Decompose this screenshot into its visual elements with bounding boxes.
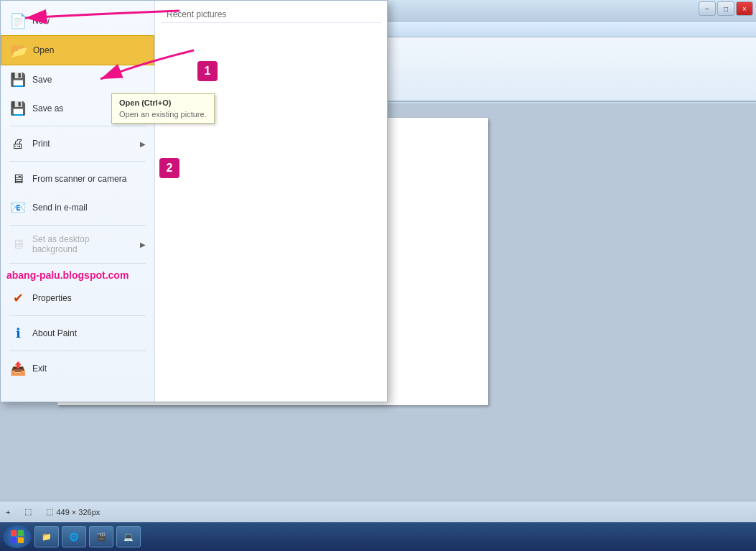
separator-4 [9,263,146,264]
separator-1 [9,126,146,126]
window-controls: − □ × [699,1,753,16]
save-icon: 💾 [9,71,27,88]
menu-item-about[interactable]: ℹ About Paint [1,319,154,348]
menu-item-scanner[interactable]: 🖥 From scanner or camera [1,165,154,193]
print-icon: 🖨 [9,135,27,152]
status-item-select: ⬚ [24,507,32,517]
explorer-icon: 📁 [41,531,52,542]
dimensions-icon: ⬚ [46,507,53,517]
separator-5 [9,315,146,316]
close-btn[interactable]: × [736,1,753,16]
taskbar-media[interactable]: 🎬 [89,526,113,547]
start-button[interactable] [3,525,32,548]
email-icon: 📧 [9,199,27,216]
open-icon: 📂 [10,42,27,59]
open-tooltip: Open (Ctrl+O) Open an existing picture. [111,93,215,124]
paint-window: ▾ 💾 ↩ ↪ ▾ Untitled - Paint − □ × Home Vi… [0,0,756,551]
select-icon: ⬚ [24,507,32,517]
saveas-icon: 💾 [9,100,27,117]
minimize-btn[interactable]: − [699,1,716,16]
menu-item-print[interactable]: 🖨 Print ▶ [1,129,154,158]
print-arrow: ▶ [140,140,146,148]
menu-item-desktop: 🖥 Set as desktop background ▶ [1,228,154,260]
svg-rect-8 [11,530,17,536]
desktop-arrow: ▶ [140,241,146,249]
menu-right-panel: Recent pictures [155,1,387,402]
paint-menu-overlay: 📄 New 📂 Open 💾 Save 💾 Save as ▶ 🖨 Print … [0,0,388,402]
status-dimensions: ⬚ 449 × 326px [46,507,100,517]
tooltip-title: Open (Ctrl+O) [119,98,207,107]
menu-item-properties[interactable]: ✔ Properties [1,284,154,312]
exit-icon: 📤 [9,360,27,377]
menu-item-open[interactable]: 📂 Open [1,35,154,65]
windows-logo [10,529,24,544]
svg-rect-11 [18,537,24,543]
watermark: abang-palu.blogspot.com [6,267,160,284]
tooltip-description: Open an existing picture. [119,110,207,119]
menu-item-save[interactable]: 💾 Save [1,65,154,94]
menu-left-panel: 📄 New 📂 Open 💾 Save 💾 Save as ▶ 🖨 Print … [1,1,155,402]
browser-icon: 🌐 [68,531,80,542]
status-item-add: + [6,508,10,517]
media-icon: 🎬 [95,531,107,542]
desktop-icon: 🖥 [9,236,27,253]
scanner-icon: 🖥 [9,170,27,187]
menu-item-new[interactable]: 📄 New [1,6,154,35]
separator-2 [9,161,146,162]
maximize-btn[interactable]: □ [717,1,734,16]
about-icon: ℹ [9,325,27,342]
svg-rect-9 [18,530,24,536]
taskbar-network[interactable]: 💻 [116,526,141,547]
recent-pictures-title: Recent pictures [161,6,381,23]
taskbar: 📁 🌐 🎬 💻 [0,522,756,551]
status-bar: + ⬚ ⬚ 449 × 326px [0,501,756,522]
separator-6 [9,351,146,351]
taskbar-browser[interactable]: 🌐 [62,526,86,547]
network-icon: 💻 [123,531,134,542]
new-icon: 📄 [9,12,27,29]
taskbar-explorer[interactable]: 📁 [34,526,59,547]
add-icon: + [6,508,10,517]
menu-item-email[interactable]: 📧 Send in e-mail [1,193,154,222]
separator-3 [9,225,146,226]
svg-rect-10 [11,537,17,543]
properties-icon: ✔ [9,290,27,307]
menu-item-exit[interactable]: 📤 Exit [1,354,154,383]
